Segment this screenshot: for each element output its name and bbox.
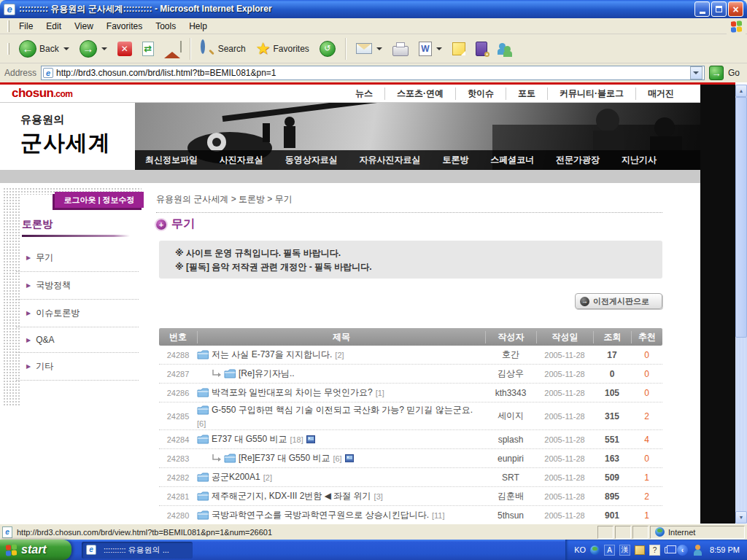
post-title-cell[interactable]: 저는 사실 E-737을 지지합니다. [2] xyxy=(197,349,485,361)
go-button[interactable]: → xyxy=(709,66,724,80)
forward-dropdown-icon[interactable] xyxy=(101,47,107,50)
messenger-tray-icon[interactable] xyxy=(692,545,703,556)
site-nav-item[interactable]: 토론방 xyxy=(442,154,468,166)
site-nav-item[interactable]: 지난기사 xyxy=(622,154,657,166)
chosun-nav-item[interactable]: 스포츠·연예 xyxy=(384,88,455,100)
research-button[interactable] xyxy=(472,40,491,58)
site-nav-item[interactable]: 사진자료실 xyxy=(220,154,263,166)
notes-button[interactable] xyxy=(449,41,469,57)
chosun-nav-item[interactable]: 커뮤니티·블로그 xyxy=(547,88,635,100)
post-author[interactable]: splash xyxy=(485,435,536,445)
table-row[interactable]: 24281 제주해군기지, KDX-III 2번함 ◀ 좌절 위기 [3] 김훈… xyxy=(159,487,662,506)
sidebar-menu-item[interactable]: ▶ 무기 xyxy=(16,244,139,272)
address-dropdown-button[interactable] xyxy=(690,66,703,79)
chosun-nav-item[interactable]: 뉴스 xyxy=(344,88,384,100)
hide-icons-chevron[interactable]: ‹ xyxy=(677,545,688,556)
post-author[interactable]: SRT xyxy=(485,472,536,483)
windows-stack-icon[interactable] xyxy=(665,547,673,553)
post-author[interactable]: 호간 xyxy=(485,349,536,361)
search-button[interactable]: Search xyxy=(197,40,249,58)
menu-item[interactable]: File xyxy=(12,19,39,34)
post-title[interactable]: 제주해군기지, KDX-III 2번함 ◀ 좌절 위기 xyxy=(212,490,371,502)
sidebar-menu-item[interactable]: ▶ 기타 xyxy=(16,353,139,381)
post-author[interactable]: 5thsun xyxy=(485,510,536,521)
hanja-icon[interactable]: 漢 xyxy=(619,545,630,556)
sidebar-menu-item[interactable]: ▶ Q&A xyxy=(16,327,139,353)
post-title-cell[interactable]: 박격포와 일반대포의 차이는 무엇인가요? [1] xyxy=(197,386,485,399)
history-button[interactable]: ↺ xyxy=(316,39,339,58)
post-title-cell[interactable]: 제주해군기지, KDX-III 2번함 ◀ 좌절 위기 [3] xyxy=(197,490,485,502)
chosun-logo[interactable]: chosun.com xyxy=(12,86,72,101)
post-author[interactable]: kth3343 xyxy=(485,388,536,398)
previous-board-button[interactable]: → 이전게시판으로 xyxy=(575,293,662,309)
toolbar-grip[interactable] xyxy=(7,43,9,55)
address-input[interactable]: e http://brd3.chosun.com/brd/list.html?t… xyxy=(41,66,705,80)
maximize-button[interactable] xyxy=(711,1,727,17)
mail-button[interactable] xyxy=(352,42,386,55)
notice-line[interactable]: ※ 사이트 운영 규칙입니다. 필독 바랍니다. xyxy=(175,246,662,260)
post-title[interactable]: E737 대 G550 비교 xyxy=(212,433,287,446)
mail-dropdown-icon[interactable] xyxy=(376,47,382,50)
site-nav-item[interactable]: 자유사진자료실 xyxy=(360,154,421,166)
menu-item[interactable]: Tools xyxy=(149,19,182,34)
site-nav-item[interactable]: 동영상자료실 xyxy=(285,154,338,166)
post-author[interactable]: eunpiri xyxy=(485,454,536,464)
stop-button[interactable]: ✕ xyxy=(114,40,136,58)
menu-item[interactable]: Edit xyxy=(39,19,68,34)
table-row[interactable]: 24288 저는 사실 E-737을 지지합니다. [2] 호간 2005-11… xyxy=(159,346,662,365)
window-titlebar[interactable]: e :::::::::: 유용원의 군사세계:::::::::: - Micro… xyxy=(0,0,747,18)
tray-globe-icon[interactable] xyxy=(590,545,600,555)
help-tray-icon[interactable]: ? xyxy=(649,545,660,556)
post-title-cell[interactable]: 공군K200A1 [2] xyxy=(197,471,485,483)
post-title[interactable]: 공군K200A1 xyxy=(212,471,260,483)
post-title[interactable]: 국방과학연구소를 국방과학연구원으로 상승시킨답니다. xyxy=(212,509,429,521)
menu-item[interactable]: Favorites xyxy=(100,19,149,34)
table-row[interactable]: 24280 국방과학연구소를 국방과학연구원으로 상승시킨답니다. [11] 5… xyxy=(159,506,662,524)
start-button[interactable]: start xyxy=(0,540,71,560)
back-dropdown-icon[interactable] xyxy=(63,47,69,50)
messenger-button[interactable] xyxy=(494,40,517,58)
close-button[interactable]: × xyxy=(728,1,743,17)
post-title-cell[interactable]: 국방과학연구소를 국방과학연구원으로 상승시킨답니다. [11] xyxy=(197,509,485,521)
chosun-nav-item[interactable]: 매거진 xyxy=(635,88,686,100)
sidebar-menu-item[interactable]: ▶ 국방정책 xyxy=(16,272,139,300)
print-button[interactable] xyxy=(389,40,412,58)
table-row[interactable]: 24284 E737 대 G550 비교 [18] splash 2005-11… xyxy=(159,430,662,449)
logout-infoedit-button[interactable]: 로그아웃 | 정보수정 xyxy=(55,192,144,208)
scroll-up-button[interactable]: ▲ xyxy=(735,85,747,97)
table-row[interactable]: 24283 [Re]E737 대 G550 비교 [6] eunpiri 200… xyxy=(159,449,662,468)
post-title[interactable]: 저는 사실 E-737을 지지합니다. xyxy=(212,349,332,361)
ime-pad-icon[interactable] xyxy=(635,545,645,555)
post-title[interactable]: G-550 구입하면 핵심 기술 이전되고 국산화 가능? 믿기길 않는군요. xyxy=(212,404,473,416)
back-button[interactable]: ← Back xyxy=(15,39,73,59)
vertical-scrollbar[interactable]: ▲ ▼ xyxy=(735,85,747,524)
table-row[interactable]: 24285 G-550 구입하면 핵심 기술 이전되고 국산화 가능? 믿기길 … xyxy=(159,402,662,430)
menu-item[interactable]: View xyxy=(68,19,100,34)
home-button[interactable] xyxy=(160,40,184,58)
post-author[interactable]: 세이지 xyxy=(485,410,536,422)
site-nav-item[interactable]: 전문가광장 xyxy=(556,154,600,166)
site-nav-item[interactable]: 스페셜코너 xyxy=(490,154,534,166)
minimize-button[interactable] xyxy=(694,1,710,17)
ime-mode-icon[interactable]: A xyxy=(604,545,615,556)
scrollbar-thumb[interactable] xyxy=(735,97,747,338)
chosun-nav-item[interactable]: 포토 xyxy=(506,88,547,100)
chosun-nav-item[interactable]: 핫이슈 xyxy=(455,88,506,100)
post-title[interactable]: [Re]E737 대 G550 비교 xyxy=(239,452,330,464)
forward-button[interactable]: → xyxy=(76,39,111,59)
post-title[interactable]: 박격포와 일반대포의 차이는 무엇인가요? xyxy=(212,386,373,399)
scroll-down-button[interactable]: ▼ xyxy=(735,511,747,524)
post-title-cell[interactable]: E737 대 G550 비교 [18] xyxy=(197,433,485,446)
refresh-button[interactable]: ⇄ xyxy=(139,40,158,58)
post-title-cell[interactable]: G-550 구입하면 핵심 기술 이전되고 국산화 가능? 믿기길 않는군요. … xyxy=(197,404,485,428)
site-logo[interactable]: 유용원의 군사세계 xyxy=(0,103,135,170)
notice-line[interactable]: ※ [필독] 음악 저작권 관련 개정안 - 필독 바랍니다. xyxy=(175,260,662,274)
edit-dropdown-icon[interactable] xyxy=(436,47,442,50)
sidebar-menu-item[interactable]: ▶ 이슈토론방 xyxy=(16,300,139,327)
post-title-cell[interactable]: [Re]유기자님.. xyxy=(197,368,485,380)
toolbar-grip[interactable] xyxy=(7,20,9,32)
table-row[interactable]: 24286 박격포와 일반대포의 차이는 무엇인가요? [1] kth3343 … xyxy=(159,384,662,402)
language-indicator[interactable]: KO xyxy=(574,545,586,554)
table-row[interactable]: 24287 [Re]유기자님.. 김상우 2005-11-28 0 0 xyxy=(159,365,662,384)
table-row[interactable]: 24282 공군K200A1 [2] SRT 2005-11-28 509 1 xyxy=(159,468,662,487)
